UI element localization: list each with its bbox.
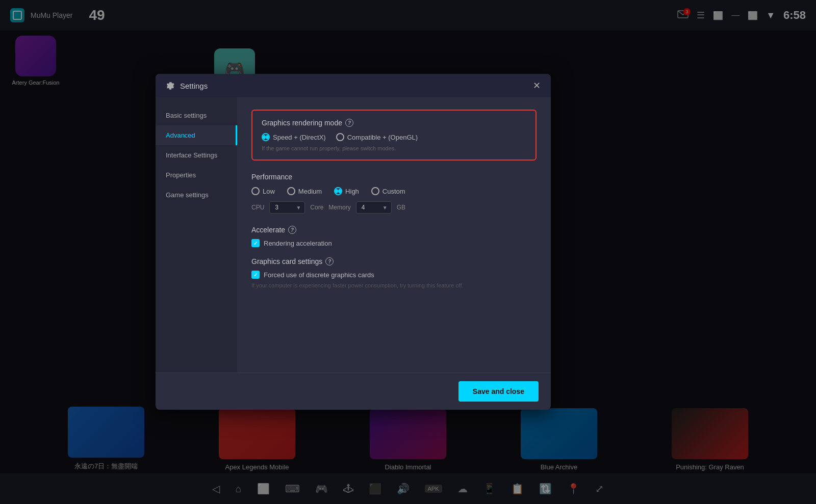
performance-options: Low Medium High (251, 187, 537, 195)
radio-opengl[interactable]: Compatible + (OpenGL) (336, 133, 418, 141)
perf-radio-custom[interactable]: Custom (371, 187, 405, 195)
sidebar-item-basic[interactable]: Basic settings (156, 105, 237, 125)
gb-label: GB (397, 204, 405, 211)
radio-directx[interactable]: Speed + (DirectX) (262, 133, 326, 141)
close-button[interactable]: ✕ (533, 81, 541, 90)
accelerate-section: Accelerate ? ✓ Rendering acceleration (251, 226, 537, 247)
sidebar-item-advanced[interactable]: Advanced (156, 125, 237, 145)
perf-high-circle (334, 187, 342, 195)
cpu-select-wrapper[interactable]: 3468 ▼ (269, 201, 305, 214)
radio-directx-circle (262, 133, 270, 141)
graphics-card-help-icon[interactable]: ? (325, 257, 334, 266)
perf-low-circle (251, 187, 260, 195)
graphics-rendering-help-icon[interactable]: ? (345, 119, 353, 127)
graphics-rendering-section: Graphics rendering mode ? Speed + (Direc… (251, 110, 537, 161)
rendering-acceleration-checkbox[interactable]: ✓ (251, 239, 260, 247)
perf-radio-high[interactable]: High (334, 187, 359, 195)
sidebar-item-properties[interactable]: Properties (156, 165, 237, 185)
settings-sidebar: Basic settings Advanced Interface Settin… (156, 97, 237, 373)
discrete-graphics-row: ✓ Forced use of discrete graphics cards (251, 271, 537, 279)
cpu-memory-row: CPU 3468 ▼ Core Memory 46816 (251, 201, 537, 214)
memory-select-wrapper[interactable]: 46816 ▼ (356, 201, 392, 214)
rendering-acceleration-row: ✓ Rendering acceleration (251, 239, 537, 247)
perf-medium-circle (287, 187, 295, 195)
cpu-select[interactable]: 3468 (269, 201, 305, 214)
perf-custom-circle (371, 187, 379, 195)
graphics-card-hint: If your computer is experiencing faster … (251, 282, 537, 289)
memory-select[interactable]: 46816 (356, 201, 392, 214)
dialog-header: Settings ✕ (156, 74, 551, 97)
perf-radio-low[interactable]: Low (251, 187, 275, 195)
memory-label: Memory (328, 204, 350, 211)
discrete-graphics-checkbox[interactable]: ✓ (251, 271, 260, 279)
settings-dialog: Settings ✕ Basic settings Advanced Inter… (156, 74, 551, 410)
settings-main: Graphics rendering mode ? Speed + (Direc… (237, 97, 551, 373)
cpu-label: CPU (251, 204, 264, 211)
rendering-acceleration-label: Rendering acceleration (264, 240, 332, 247)
sidebar-item-interface[interactable]: Interface Settings (156, 145, 237, 165)
accelerate-title: Accelerate ? (251, 226, 537, 234)
graphics-card-section: Graphics card settings ? ✓ Forced use of… (251, 257, 537, 289)
radio-opengl-circle (336, 133, 344, 141)
dialog-footer: Save and close (156, 373, 551, 410)
dialog-title-text: Settings (180, 82, 208, 90)
save-close-button[interactable]: Save and close (458, 381, 539, 402)
core-label: Core (310, 204, 323, 211)
perf-radio-medium[interactable]: Medium (287, 187, 322, 195)
performance-section: Performance Low Medium (251, 173, 537, 214)
dialog-title-area: Settings (166, 81, 208, 90)
graphics-card-title: Graphics card settings ? (251, 257, 537, 266)
rendering-hint: If the game cannot run properly, please … (262, 145, 526, 151)
sidebar-item-game[interactable]: Game settings (156, 185, 237, 205)
rendering-mode-options: Speed + (DirectX) Compatible + (OpenGL) (262, 133, 526, 141)
desktop: MuMu Player 49 3 ☰ ⬜ — ⬜ ▼ 6:58 Artery G… (0, 0, 816, 504)
settings-gear-icon (166, 81, 175, 90)
discrete-graphics-label: Forced use of discrete graphics cards (264, 271, 374, 279)
dialog-body: Basic settings Advanced Interface Settin… (156, 97, 551, 373)
performance-title: Performance (251, 173, 537, 181)
accelerate-help-icon[interactable]: ? (288, 226, 296, 234)
graphics-rendering-title: Graphics rendering mode ? (262, 119, 526, 127)
